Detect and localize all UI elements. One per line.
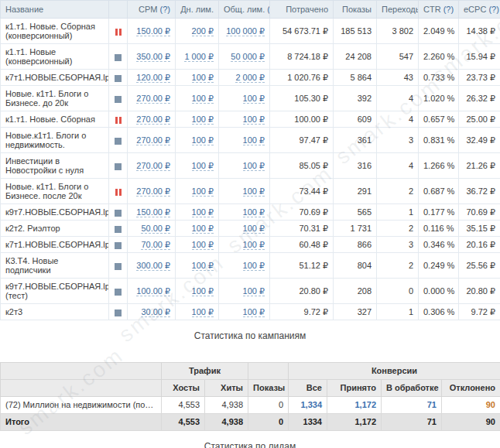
total-limit-value[interactable]: 100 ₽ (243, 261, 265, 271)
help-icon[interactable]: (?) (160, 5, 170, 14)
daily-limit-value[interactable]: 100 ₽ (192, 261, 214, 271)
campaign-row: к2т330.00 ₽100 ₽100 ₽9.72 ₽32710.306 %9.… (1, 304, 500, 320)
total-limit-value[interactable]: 100 ₽ (243, 207, 265, 217)
total-limit-value[interactable]: 100 ₽ (243, 94, 265, 104)
spent-value: 85.05 ₽ (270, 153, 334, 179)
stop-icon[interactable] (115, 210, 122, 217)
cpm-value[interactable]: 150.00 ₽ (136, 26, 170, 36)
cpm-value[interactable]: 270.00 ₽ (136, 161, 170, 171)
stop-icon[interactable] (115, 163, 122, 170)
stop-icon[interactable] (115, 289, 122, 296)
daily-limit-value[interactable]: 100 ₽ (192, 240, 214, 250)
help-icon[interactable]: (?) (443, 5, 454, 14)
campaign-row: к1.т1. Новые. Сборная270.00 ₽100 ₽100 ₽1… (1, 111, 500, 128)
cpm-value[interactable]: 100.00 ₽ (136, 286, 170, 296)
cpm-value[interactable]: 300.00 ₽ (136, 261, 170, 271)
cpm-value[interactable]: 350.00 ₽ (136, 52, 170, 62)
cpm-value-cell: 300.00 ₽ (128, 253, 176, 279)
daily-limit-value[interactable]: 200 ₽ (192, 26, 214, 36)
stop-icon[interactable] (115, 96, 122, 103)
campaign-name-cell: к1.т1. Новые. Сборная (конверсионный) (1, 19, 109, 44)
total-limit-value[interactable]: 50 000 ₽ (231, 52, 265, 62)
stop-icon[interactable] (115, 263, 122, 270)
campaign-name-link[interactable]: к1.т1. Новые. Сборная (конверсионный) (5, 22, 95, 40)
daily-limit-value[interactable]: 100 ₽ (192, 135, 214, 145)
campaign-name-link[interactable]: к2т2. Риэлтор (5, 224, 60, 233)
campaign-name-link[interactable]: к2т3 (5, 307, 22, 316)
daily-limit-value[interactable]: 100 ₽ (192, 307, 214, 317)
campaign-name-cell: к1.т1. Новые. Сборная (1, 111, 109, 128)
spent-value: 70.31 ₽ (270, 221, 334, 237)
campaign-name-link[interactable]: к9т7.НОВЫЕ.СБОРНАЯ.lp1 (5, 207, 109, 217)
stop-icon[interactable] (115, 226, 122, 233)
daily-limit-value[interactable]: 100 ₽ (192, 161, 214, 171)
campaign-name-link[interactable]: Новые. к1т1. Блоги о Бизнесе. до 20к (5, 89, 88, 108)
lead-value[interactable]: 71 (382, 414, 442, 431)
stop-icon[interactable] (115, 75, 122, 82)
total-limit-value[interactable]: 100 ₽ (243, 161, 265, 171)
cpm-value[interactable]: 270.00 ₽ (136, 135, 170, 145)
stop-icon[interactable] (115, 242, 122, 249)
campaign-name-link[interactable]: к9т7.НОВЫЕ.СБОРНАЯ.lp1 (тест) (5, 282, 109, 300)
lead-value[interactable]: 1,172 (327, 397, 382, 414)
cpm-value[interactable]: 270.00 ₽ (136, 115, 170, 125)
stop-icon[interactable] (115, 309, 122, 316)
total-limit-value[interactable]: 100 ₽ (243, 186, 265, 197)
lead-value[interactable]: 71 (382, 397, 442, 414)
status-cell (109, 179, 128, 204)
daily-limit-value[interactable]: 100 ₽ (192, 94, 214, 104)
campaign-name-link[interactable]: к1.т1. Новые (конверсионный) (5, 47, 72, 66)
pause-icon[interactable] (115, 189, 122, 196)
col-header-status (109, 1, 128, 19)
lead-value[interactable]: 90 (442, 397, 500, 414)
campaign-name-link[interactable]: к7т1.НОВЫЕ.СБОРНАЯ.lp2 (5, 240, 109, 249)
pause-icon[interactable] (115, 117, 122, 124)
clicks-value: 547 (377, 44, 419, 70)
col-header-label: Показы (342, 5, 372, 14)
cpm-value[interactable]: 50.00 ₽ (141, 224, 170, 234)
campaign-row: к1.т1. Новые (конверсионный)350.00 ₽1 00… (1, 44, 500, 70)
total-limit-value[interactable]: 100 ₽ (243, 224, 265, 234)
daily-limit-value[interactable]: 1 000 ₽ (184, 52, 214, 62)
cpm-value[interactable]: 30.00 ₽ (141, 307, 170, 317)
ctr-value: 0.116 % (419, 221, 459, 237)
total-limit-value[interactable]: 100 ₽ (243, 115, 265, 125)
cpm-value[interactable]: 270.00 ₽ (136, 186, 170, 197)
cpm-value[interactable]: 70.00 ₽ (141, 240, 170, 250)
lead-row: (72) Миллион на недвижимости (подп...4,5… (1, 397, 500, 414)
daily-limit-value[interactable]: 100 ₽ (192, 186, 214, 197)
daily-limit-value[interactable]: 100 ₽ (192, 73, 214, 83)
impressions-value: 185 513 (334, 19, 377, 44)
daily-limit-value[interactable]: 100 ₽ (192, 224, 214, 234)
total-limit-value[interactable]: 100 000 ₽ (226, 26, 265, 36)
help-icon[interactable]: (?) (488, 5, 498, 14)
lead-value[interactable]: 1,172 (327, 414, 382, 431)
daily-limit-value[interactable]: 100 ₽ (192, 207, 214, 217)
total-limit-value[interactable]: 2 000 ₽ (235, 73, 265, 83)
cpm-value[interactable]: 150.00 ₽ (136, 207, 170, 217)
campaign-name-link[interactable]: к7т1.НОВЫЕ.СБОРНАЯ.lp1 (5, 73, 109, 82)
campaign-name-link[interactable]: к1.т1. Новые. Сборная (5, 115, 95, 124)
campaign-name-link[interactable]: Инвестиции в Новостройки с нуля (5, 156, 84, 175)
campaign-name-link[interactable]: Новые. к1т1. Блоги о Бизнесе. после 20к (5, 182, 88, 200)
total-limit-value[interactable]: 100 ₽ (243, 286, 265, 296)
daily-limit-value[interactable]: 100 ₽ (192, 115, 214, 125)
lead-value[interactable]: 90 (442, 414, 500, 431)
campaign-name-link[interactable]: К3.Т4. Новые подписчики (5, 256, 58, 275)
impressions-value: 804 (334, 253, 377, 279)
cpm-value[interactable]: 270.00 ₽ (136, 94, 170, 104)
total-limit-value[interactable]: 100 ₽ (243, 135, 265, 145)
stop-icon[interactable] (115, 54, 122, 61)
cpm-value[interactable]: 120.00 ₽ (136, 73, 170, 83)
total-limit-value[interactable]: 100 ₽ (243, 240, 265, 250)
campaign-name-link[interactable]: Новые.к1т1. Блоги о недвижимость. (5, 131, 86, 149)
status-cell (109, 237, 128, 253)
total-limit-value-cell: 2 000 ₽ (219, 70, 270, 86)
total-limit-value[interactable]: 100 ₽ (243, 307, 265, 317)
lead-value[interactable]: 1,334 (289, 397, 327, 414)
pause-icon[interactable] (115, 29, 122, 36)
col-header-name: Название (1, 1, 109, 19)
daily-limit-value[interactable]: 100 ₽ (192, 286, 214, 296)
stop-icon[interactable] (115, 138, 122, 145)
lead-value: 4,938 (205, 414, 248, 431)
